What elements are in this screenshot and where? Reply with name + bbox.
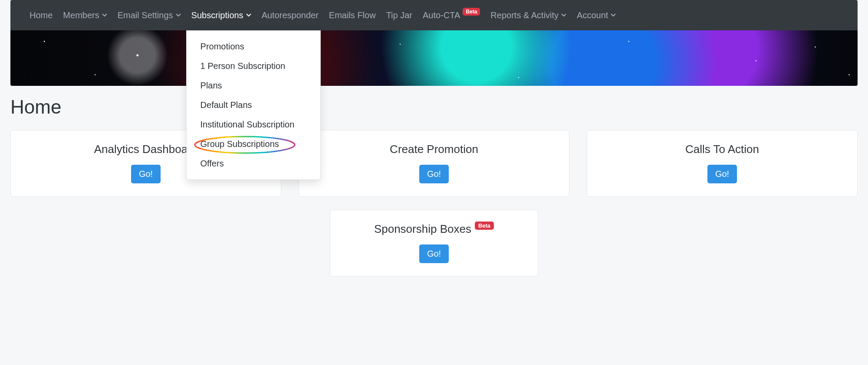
dropdown-item-promotions[interactable]: Promotions	[187, 37, 320, 56]
nav-emails-flow[interactable]: Emails Flow	[324, 0, 381, 30]
dropdown-item-1-person-subscription[interactable]: 1 Person Subscription	[187, 56, 320, 76]
nav-account[interactable]: Account	[572, 0, 621, 30]
beta-badge: Beta	[475, 222, 494, 230]
dropdown-label: Group Subscriptions	[201, 139, 279, 149]
nav-tip-jar[interactable]: Tip Jar	[381, 0, 418, 30]
nav-label: Email Settings	[118, 10, 173, 20]
dropdown-label: Plans	[201, 81, 222, 90]
nav-subscriptions[interactable]: Subscriptions Promotions 1 Person Subscr…	[186, 0, 256, 30]
dropdown-item-default-plans[interactable]: Default Plans	[187, 95, 320, 115]
nav-reports-activity[interactable]: Reports & Activity	[485, 0, 572, 30]
dropdown-item-offers[interactable]: Offers	[187, 154, 320, 173]
nav-label: Autoresponder	[262, 10, 319, 20]
nav-auto-cta[interactable]: Auto-CTA Beta	[418, 0, 485, 30]
nav-label: Members	[63, 10, 99, 20]
chevron-down-icon	[102, 13, 107, 17]
cards-row-1: Analytics Dashboard Go! Create Promotion…	[10, 130, 858, 197]
dropdown-item-plans[interactable]: Plans	[187, 76, 320, 95]
card-sponsorship-boxes: Sponsorship Boxes Beta Go!	[330, 210, 538, 277]
go-button-promotion[interactable]: Go!	[419, 165, 449, 183]
beta-badge: Beta	[463, 8, 480, 16]
nav-label: Tip Jar	[386, 10, 412, 20]
go-button-analytics[interactable]: Go!	[131, 165, 161, 183]
card-title: Calls To Action	[685, 143, 759, 156]
nav-label: Home	[30, 10, 53, 20]
card-create-promotion: Create Promotion Go!	[299, 130, 569, 197]
dropdown-label: 1 Person Subscription	[201, 61, 286, 71]
cards-row-2: Sponsorship Boxes Beta Go!	[10, 210, 858, 277]
nav-label: Emails Flow	[329, 10, 376, 20]
nav-label: Account	[577, 10, 608, 20]
dropdown-label: Default Plans	[201, 100, 252, 110]
nav-home[interactable]: Home	[24, 0, 58, 30]
dropdown-item-institutional-subscription[interactable]: Institutional Subscription	[187, 115, 320, 134]
chevron-down-icon	[246, 13, 251, 17]
go-button-sponsorship[interactable]: Go!	[419, 244, 449, 263]
card-title: Analytics Dashboard	[94, 143, 197, 156]
card-title-text: Sponsorship Boxes	[374, 222, 471, 236]
nav-members[interactable]: Members	[58, 0, 112, 30]
nav-label: Auto-CTA	[423, 10, 460, 20]
nav-autoresponder[interactable]: Autoresponder	[256, 0, 324, 30]
top-navbar: Home Members Email Settings Subscription…	[10, 0, 858, 30]
dropdown-label: Promotions	[201, 42, 244, 51]
go-button-cta[interactable]: Go!	[707, 165, 737, 183]
nav-email-settings[interactable]: Email Settings	[112, 0, 186, 30]
chevron-down-icon	[561, 13, 566, 17]
chevron-down-icon	[176, 13, 181, 17]
card-title: Sponsorship Boxes Beta	[374, 222, 494, 236]
nav-label: Subscriptions	[191, 10, 243, 20]
hero-banner	[10, 30, 858, 86]
dropdown-item-group-subscriptions[interactable]: Group Subscriptions	[187, 134, 320, 154]
dropdown-label: Offers	[201, 159, 224, 168]
dropdown-label: Institutional Subscription	[201, 120, 295, 129]
chevron-down-icon	[611, 13, 616, 17]
subscriptions-dropdown: Promotions 1 Person Subscription Plans D…	[186, 30, 321, 180]
nav-label: Reports & Activity	[490, 10, 559, 20]
page-title: Home	[10, 96, 858, 118]
card-calls-to-action: Calls To Action Go!	[587, 130, 858, 197]
card-title: Create Promotion	[390, 143, 478, 156]
